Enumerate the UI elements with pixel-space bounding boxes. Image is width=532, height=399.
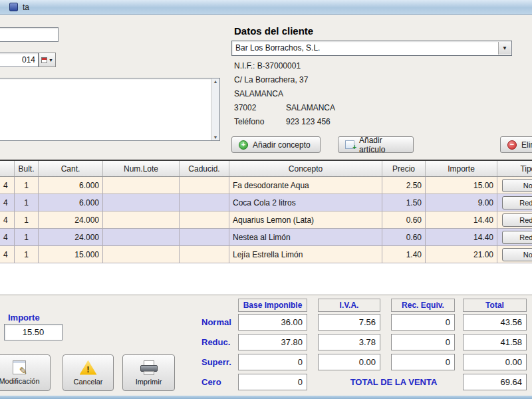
cell-code: 4	[0, 177, 15, 194]
add-concept-label: Añadir concepto	[253, 140, 311, 150]
cell-cantidad: 24.000	[39, 211, 103, 229]
totals-cell-rec-superreducido: 0	[391, 354, 455, 370]
add-article-button[interactable]: + Añadir artículo	[338, 136, 414, 153]
cell-tipo: Reducido	[497, 194, 532, 211]
cell-tipo: Normal	[497, 246, 532, 263]
calendar-icon	[41, 57, 47, 63]
table-row[interactable]: 4 1 6.000 Coca Cola 2 litros 1.50 9.00 R…	[0, 194, 532, 211]
totals-cell-total-superreducido: 0.00	[463, 354, 527, 370]
column-header-cantidad[interactable]: Cant.	[39, 161, 103, 176]
delete-item-button[interactable]: − Eliminar	[500, 136, 532, 153]
notes-scrollbar[interactable]: ▲ ▼	[211, 78, 219, 140]
print-button[interactable]: Imprimir	[122, 354, 175, 391]
table-empty-area	[0, 263, 532, 295]
client-postal-code: 37002	[234, 103, 256, 112]
cell-caducidad	[180, 177, 229, 194]
totals-cell-iva-superreducido: 0.00	[318, 354, 380, 370]
notes-textarea[interactable]: ▲ ▼	[0, 78, 220, 141]
client-nif: N.I.F.: B-37000001	[234, 61, 301, 70]
tipo-iva-button[interactable]: Normal	[502, 248, 532, 261]
delete-item-label: Eliminar	[521, 140, 532, 150]
totals-row-label-cero: Cero	[201, 377, 221, 387]
totals-header-rec: Rec. Equiv.	[391, 299, 455, 312]
column-header-concepto[interactable]: Concepto	[229, 161, 382, 176]
totals-cell-iva-normal: 7.56	[318, 314, 380, 331]
cell-concepto: Coca Cola 2 litros	[229, 194, 382, 211]
cell-cantidad: 6.000	[39, 194, 103, 211]
column-header-lote[interactable]: Num.Lote	[103, 161, 180, 176]
client-phone-label: Teléfono	[234, 117, 264, 126]
table-row[interactable]: 4 1 6.000 Fa desodorante Aqua 2.50 15.00…	[0, 177, 532, 194]
combo-dropdown-icon[interactable]: ▼	[498, 42, 511, 55]
cancel-button[interactable]: ! Cancelar	[63, 354, 114, 391]
client-phone-value: 923 123 456	[286, 117, 331, 126]
scroll-up-icon[interactable]: ▲	[213, 79, 218, 84]
cell-bultos: 1	[15, 177, 39, 194]
plus-icon: +	[239, 140, 248, 150]
totals-cell-base-superreducido: 0	[238, 354, 307, 370]
window-titlebar[interactable]: ta	[0, 0, 532, 15]
client-province: SALAMANCA	[286, 103, 335, 112]
reference-input[interactable]	[0, 27, 59, 42]
totals-cell-base-normal: 36.00	[238, 314, 307, 331]
cell-lote	[103, 194, 180, 211]
client-section-title: Datos del cliente	[234, 25, 313, 37]
column-header-caducidad[interactable]: Caducid.	[180, 161, 229, 176]
date-input[interactable]: 014	[0, 53, 39, 67]
cell-precio: 1.50	[382, 194, 426, 211]
totals-cell-rec-normal: 0	[391, 314, 455, 331]
tipo-iva-button[interactable]: Reducido	[502, 196, 532, 209]
minus-icon: −	[507, 140, 517, 150]
column-header-bultos[interactable]: Bult.	[15, 161, 39, 176]
table-row[interactable]: 4 1 24.000 Aquarius Lemon (Lata) 0.60 14…	[0, 211, 532, 229]
cell-importe: 15.00	[426, 177, 497, 194]
cell-lote	[103, 246, 180, 263]
column-header-precio[interactable]: Precio	[382, 161, 426, 176]
cell-concepto: Fa desodorante Aqua	[229, 177, 382, 194]
table-header-row: Bult. Cant. Num.Lote Caducid. Concepto P…	[0, 161, 532, 177]
table-row[interactable]: 4 1 24.000 Nestea al Limón 0.60 14.40 Re…	[0, 229, 532, 246]
cell-concepto: Nestea al Limón	[229, 229, 382, 246]
app-window: ta 014 ▼ ▲ ▼ Datos del cliente Bar Los B…	[0, 0, 532, 399]
scroll-down-icon[interactable]: ▼	[213, 135, 218, 140]
totals-row-label-normal: Normal	[201, 317, 231, 327]
tipo-iva-button[interactable]: Reducido	[502, 231, 532, 244]
cell-caducidad	[180, 194, 229, 211]
printer-icon	[140, 360, 158, 375]
date-picker-button[interactable]: ▼	[39, 53, 56, 67]
edit-notepad-icon: ✎	[13, 360, 26, 374]
totals-row-label-superreducido: Superr.	[201, 357, 231, 367]
table-row[interactable]: 4 1 15.000 Lejía Estrella Limón 1.40 21.…	[0, 246, 532, 263]
cell-caducidad	[180, 211, 229, 229]
table-body: 4 1 6.000 Fa desodorante Aqua 2.50 15.00…	[0, 177, 532, 263]
cell-bultos: 1	[15, 194, 39, 211]
print-label: Imprimir	[136, 378, 162, 386]
column-header-tipo[interactable]: Tipo Iva	[497, 161, 532, 176]
cell-tipo: Reducido	[497, 229, 532, 246]
cell-cantidad: 15.000	[39, 246, 103, 263]
cell-precio: 0.60	[382, 229, 426, 246]
column-header-code[interactable]	[0, 161, 15, 176]
add-article-label: Añadir artículo	[359, 136, 406, 154]
importe-field[interactable]: 15.50	[4, 324, 63, 340]
cell-importe: 21.00	[426, 246, 497, 263]
cell-cantidad: 24.000	[39, 229, 103, 246]
cell-importe: 14.40	[426, 211, 497, 229]
cell-lote	[103, 177, 180, 194]
client-select[interactable]: Bar Los Borrachos, S.L. ▼	[231, 41, 512, 56]
cell-lote	[103, 211, 180, 229]
cell-concepto: Lejía Estrella Limón	[229, 246, 382, 263]
cell-code: 4	[0, 229, 15, 246]
modify-button[interactable]: ✎ Modificación	[0, 354, 51, 391]
cell-code: 4	[0, 246, 15, 263]
tipo-iva-button[interactable]: Reducido	[502, 213, 532, 227]
modify-label: Modificación	[0, 377, 40, 385]
add-concept-button[interactable]: + Añadir concepto	[231, 136, 321, 153]
cancel-label: Cancelar	[73, 378, 102, 386]
totals-header-iva: I.V.A.	[318, 299, 380, 312]
tipo-iva-button[interactable]: Normal	[502, 179, 532, 192]
column-header-importe[interactable]: Importe	[426, 161, 497, 176]
warning-icon: !	[80, 360, 97, 375]
totals-cell-total-normal: 43.56	[463, 314, 527, 331]
cell-bultos: 1	[15, 211, 39, 229]
